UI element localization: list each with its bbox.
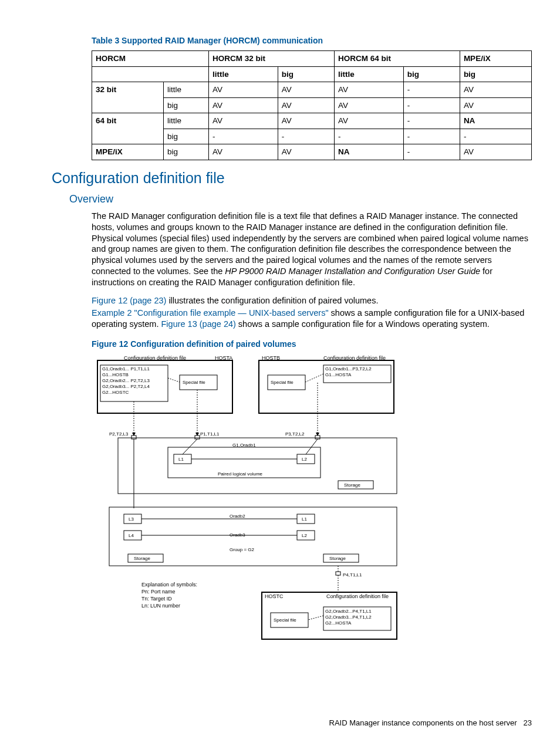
link-figure-12[interactable]: Figure 12 (page 23) — [92, 296, 166, 305]
sub-heading: Overview — [69, 193, 532, 206]
section-heading: Configuration definition file — [52, 168, 532, 188]
svg-rect-23 — [195, 436, 200, 439]
th-l1: little — [208, 66, 278, 82]
svg-text:Configuration definition file: Configuration definition file — [323, 355, 386, 361]
svg-rect-24 — [315, 436, 320, 439]
table-caption: Table 3 Supported RAID Manager (HORCM) c… — [92, 35, 532, 46]
figure-caption: Figure 12 Configuration definition of pa… — [92, 339, 532, 349]
svg-rect-39 — [109, 507, 397, 566]
th-b1: big — [278, 66, 334, 82]
svg-text:L1: L1 — [302, 517, 307, 522]
svg-text:L4: L4 — [129, 533, 134, 538]
row-4-1: big — [164, 144, 209, 160]
svg-rect-22 — [131, 436, 136, 439]
svg-text:Paired logical volume: Paired logical volume — [218, 471, 263, 477]
row-64bit: 64 bit — [92, 113, 164, 144]
svg-line-36 — [183, 439, 197, 454]
svg-line-14 — [168, 378, 180, 382]
svg-text:G1,Oradb1: G1,Oradb1 — [232, 443, 256, 448]
svg-text:P4,T1,L1: P4,T1,L1 — [343, 572, 362, 578]
page-footer: RAID Manager instance components on the … — [329, 718, 532, 728]
svg-text:L2: L2 — [302, 533, 307, 538]
svg-line-67 — [308, 616, 323, 620]
svg-text:P1,T1,L1: P1,T1,L1 — [200, 431, 220, 437]
figure-12: HOSTA Configuration definition file G1,O… — [92, 355, 420, 660]
paragraph-2: Figure 12 (page 23) illustrates the conf… — [92, 295, 532, 306]
th-mpe: MPE/iX — [460, 51, 531, 67]
svg-text:HOSTC: HOSTC — [265, 593, 284, 599]
paragraph-1: The RAID Manager configuration definitio… — [92, 211, 532, 288]
svg-text:Group = G2: Group = G2 — [230, 547, 255, 552]
svg-text:L3: L3 — [129, 517, 134, 522]
svg-text:HOSTA: HOSTA — [215, 355, 232, 361]
svg-text:Tn: Target ID: Tn: Target ID — [141, 596, 172, 602]
svg-text:Special file: Special file — [183, 380, 205, 385]
row-2-1: little — [164, 113, 209, 129]
svg-text:L1: L1 — [178, 457, 184, 462]
svg-text:P3,T2,L2: P3,T2,L2 — [285, 431, 305, 437]
svg-text:L2: L2 — [302, 457, 307, 462]
svg-text:Storage: Storage — [329, 556, 346, 561]
row-1-1: big — [164, 97, 209, 113]
paragraph-3: Example 2 "Configuration file example — … — [92, 308, 532, 330]
row-3-1: big — [164, 129, 209, 144]
svg-text:Ln: LUN number: Ln: LUN number — [141, 603, 180, 609]
svg-text:HOSTB: HOSTB — [262, 355, 280, 361]
svg-text:Special file: Special file — [271, 380, 294, 385]
page-number: 23 — [524, 718, 532, 727]
svg-text:Explanation of symbols:: Explanation of symbols: — [141, 582, 197, 588]
svg-text:G2,Oradb2...P4,T1,L1G2,Oradb3.: G2,Oradb2...P4,T1,L1G2,Oradb3...P4,T1,L2… — [325, 609, 372, 626]
row-32bit: 32 bit — [92, 82, 164, 113]
svg-line-37 — [306, 439, 318, 454]
svg-text:Oradb2: Oradb2 — [230, 514, 245, 519]
row-mpe: MPE/iX — [92, 144, 164, 160]
svg-text:Storage: Storage — [344, 482, 361, 488]
th-64: HORCM 64 bit — [334, 51, 460, 67]
th-b3: big — [460, 66, 531, 82]
link-figure-13[interactable]: Figure 13 (page 24) — [161, 319, 235, 329]
svg-rect-58 — [336, 572, 340, 575]
th-horcm: HORCM — [92, 51, 209, 67]
svg-text:Configuration definition file: Configuration definition file — [326, 593, 389, 599]
doc-title-italic: HP P9000 RAID Manager Installation and C… — [225, 266, 480, 276]
th-b2: big — [403, 66, 460, 82]
link-example-2[interactable]: Example 2 "Configuration file example — … — [92, 308, 329, 318]
svg-text:P2,T2,L3: P2,T2,L3 — [109, 431, 129, 437]
th-l2: little — [334, 66, 403, 82]
svg-text:Storage: Storage — [134, 556, 151, 561]
svg-text:Special file: Special file — [274, 617, 296, 623]
svg-line-17 — [305, 374, 323, 382]
svg-text:G1,Oradb1... P1,T1,L1G1...HOST: G1,Oradb1... P1,T1,L1G1...HOSTBG2,Oradb2… — [102, 366, 150, 395]
svg-text:Pn: Port name: Pn: Port name — [141, 589, 176, 595]
svg-text:Configuration definition file: Configuration definition file — [124, 355, 186, 361]
horcm-table: HORCM HORCM 32 bit HORCM 64 bit MPE/iX l… — [92, 50, 532, 160]
th-32: HORCM 32 bit — [208, 51, 334, 67]
row-0-1: little — [164, 82, 209, 98]
svg-text:G1,Oradb1...P3,T2,L2G1...HOSTA: G1,Oradb1...P3,T2,L2G1...HOSTA — [325, 366, 372, 377]
